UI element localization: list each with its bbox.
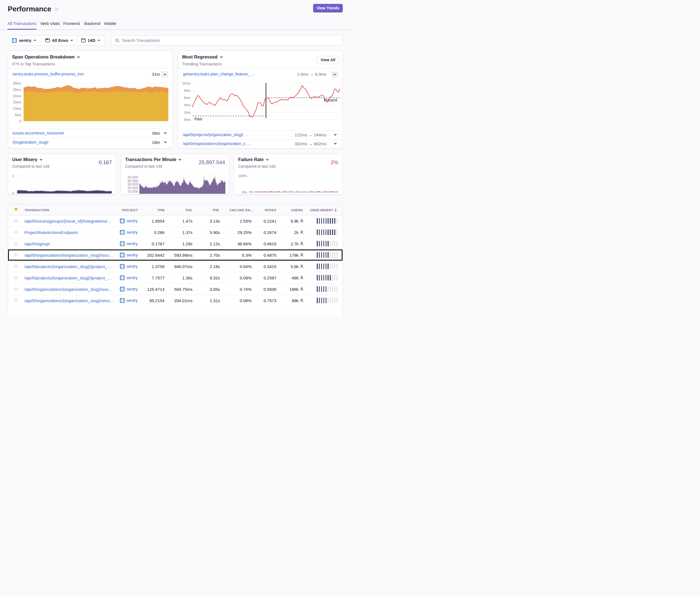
svg-text:Past: Past [194,117,202,121]
svg-text:0: 0 [19,120,21,123]
svg-text:30ms: 30ms [13,81,21,85]
svg-text:0ms: 0ms [184,118,191,122]
svg-text:0%: 0% [242,190,247,194]
svg-text:8ms: 8ms [184,89,191,93]
svg-text:6ms: 6ms [184,96,191,100]
svg-text:100%: 100% [238,174,247,178]
svg-text:15ms: 15ms [13,100,21,104]
svg-text:5ms: 5ms [15,113,21,117]
svg-text:10,000: 10,000 [128,190,138,193]
svg-text:1: 1 [12,174,14,178]
svg-text:0: 0 [12,191,14,194]
svg-text:25ms: 25ms [13,88,21,92]
svg-text:Present: Present [324,98,337,102]
svg-text:10ms: 10ms [182,81,191,85]
svg-text:2ms: 2ms [184,111,191,114]
svg-text:20ms: 20ms [13,94,21,98]
svg-text:4ms: 4ms [184,103,191,107]
svg-text:10ms: 10ms [13,107,21,111]
